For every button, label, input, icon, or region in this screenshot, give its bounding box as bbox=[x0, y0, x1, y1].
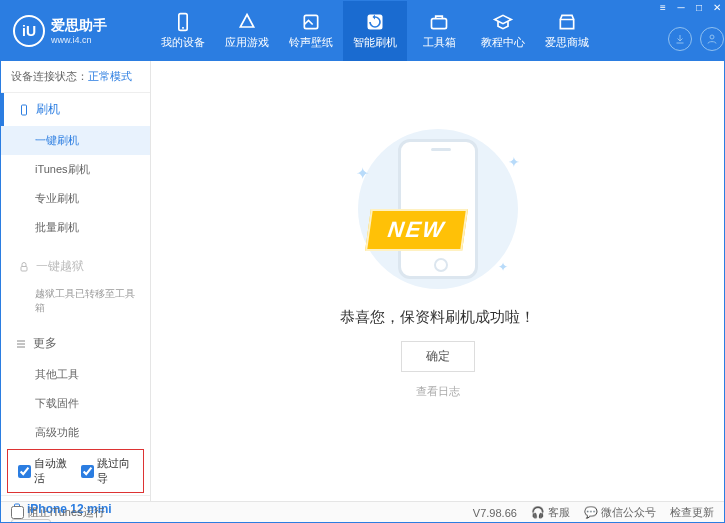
nav-my-device[interactable]: 我的设备 bbox=[151, 1, 215, 61]
new-banner: NEW bbox=[365, 209, 468, 251]
footer-service[interactable]: 🎧 客服 bbox=[531, 505, 570, 520]
success-illustration: ✦ ✦ ✦ NEW bbox=[348, 124, 528, 294]
download-button[interactable] bbox=[668, 27, 692, 51]
app-header: iU 爱思助手 www.i4.cn 我的设备 应用游戏 铃声壁纸 智能刷机 工具… bbox=[1, 1, 724, 61]
wallpaper-icon bbox=[300, 12, 322, 32]
header-controls: ≡ ─ □ ✕ bbox=[656, 1, 724, 61]
apps-icon bbox=[236, 12, 258, 32]
close-button[interactable]: ✕ bbox=[710, 1, 724, 13]
checkbox-block-itunes[interactable]: 阻止iTunes运行 bbox=[11, 505, 105, 520]
sparkle-icon: ✦ bbox=[508, 154, 520, 170]
graduation-icon bbox=[492, 12, 514, 32]
phone-small-icon bbox=[18, 104, 30, 116]
options-highlight-box: 自动激活 跳过向导 bbox=[7, 449, 144, 493]
footer-wechat[interactable]: 💬 微信公众号 bbox=[584, 505, 656, 520]
sparkle-icon: ✦ bbox=[498, 260, 508, 274]
sidebar-item-advanced[interactable]: 高级功能 bbox=[1, 418, 150, 447]
refresh-icon bbox=[364, 12, 386, 32]
logo-area: iU 爱思助手 www.i4.cn bbox=[1, 1, 151, 61]
sparkle-icon: ✦ bbox=[356, 164, 369, 183]
download-icon bbox=[674, 33, 686, 45]
svg-rect-4 bbox=[432, 19, 447, 29]
nav-apps-games[interactable]: 应用游戏 bbox=[215, 1, 279, 61]
nav-store[interactable]: 爱思商城 bbox=[535, 1, 599, 61]
phone-icon bbox=[172, 12, 194, 32]
nav-tutorial[interactable]: 教程中心 bbox=[471, 1, 535, 61]
sidebar-item-batch-flash[interactable]: 批量刷机 bbox=[1, 213, 150, 242]
headset-icon: 🎧 bbox=[531, 506, 545, 518]
lock-icon bbox=[18, 261, 30, 273]
device-status: 设备连接状态：正常模式 bbox=[1, 61, 150, 93]
app-subtitle: www.i4.cn bbox=[51, 35, 107, 45]
logo-icon: iU bbox=[13, 15, 45, 47]
toolbox-icon bbox=[428, 12, 450, 32]
sidebar-head-jailbreak: 一键越狱 bbox=[1, 250, 150, 283]
sidebar-item-download-firmware[interactable]: 下载固件 bbox=[1, 389, 150, 418]
nav-toolbox[interactable]: 工具箱 bbox=[407, 1, 471, 61]
maximize-button[interactable]: □ bbox=[692, 1, 706, 13]
main-content: ✦ ✦ ✦ NEW 恭喜您，保资料刷机成功啦！ 确定 查看日志 bbox=[151, 61, 724, 501]
sidebar: 设备连接状态：正常模式 刷机 一键刷机 iTunes刷机 专业刷机 批量刷机 一… bbox=[1, 61, 151, 501]
sidebar-item-itunes-flash[interactable]: iTunes刷机 bbox=[1, 155, 150, 184]
menu-button[interactable]: ≡ bbox=[656, 1, 670, 13]
success-message: 恭喜您，保资料刷机成功啦！ bbox=[340, 308, 535, 327]
app-title: 爱思助手 bbox=[51, 17, 107, 35]
svg-point-6 bbox=[710, 35, 714, 39]
wechat-icon: 💬 bbox=[584, 506, 598, 518]
ok-button[interactable]: 确定 bbox=[401, 341, 475, 372]
sidebar-item-pro-flash[interactable]: 专业刷机 bbox=[1, 184, 150, 213]
sidebar-item-other-tools[interactable]: 其他工具 bbox=[1, 360, 150, 389]
sidebar-head-more[interactable]: 更多 bbox=[1, 327, 150, 360]
svg-rect-8 bbox=[21, 266, 27, 271]
sidebar-head-flash[interactable]: 刷机 bbox=[1, 93, 150, 126]
top-nav: 我的设备 应用游戏 铃声壁纸 智能刷机 工具箱 教程中心 爱思商城 bbox=[151, 1, 656, 61]
view-log-link[interactable]: 查看日志 bbox=[416, 384, 460, 399]
jailbreak-note: 越狱工具已转移至工具箱 bbox=[1, 283, 150, 319]
version-label: V7.98.66 bbox=[473, 507, 517, 519]
nav-ringtone-wallpaper[interactable]: 铃声壁纸 bbox=[279, 1, 343, 61]
nav-smart-flash[interactable]: 智能刷机 bbox=[343, 1, 407, 61]
checkbox-skip-guide[interactable]: 跳过向导 bbox=[81, 456, 134, 486]
user-button[interactable] bbox=[700, 27, 724, 51]
svg-rect-7 bbox=[22, 105, 27, 115]
footer-check-update[interactable]: 检查更新 bbox=[670, 505, 714, 520]
checkbox-auto-activate[interactable]: 自动激活 bbox=[18, 456, 71, 486]
user-icon bbox=[706, 33, 718, 45]
store-icon bbox=[556, 12, 578, 32]
minimize-button[interactable]: ─ bbox=[674, 1, 688, 13]
menu-icon bbox=[15, 338, 27, 350]
sidebar-item-oneclick-flash[interactable]: 一键刷机 bbox=[1, 126, 150, 155]
